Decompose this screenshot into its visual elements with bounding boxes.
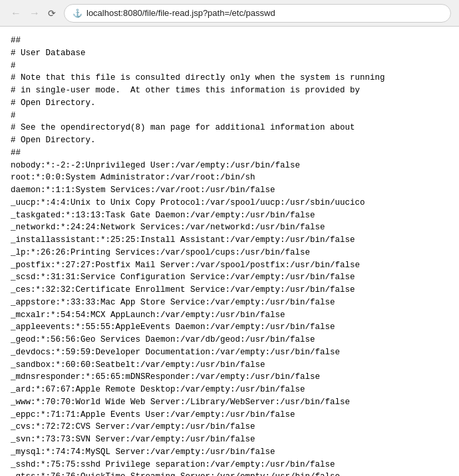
back-button[interactable]: ← xyxy=(8,7,24,20)
lock-icon: ⚓ xyxy=(73,9,82,18)
content-area: ## # User Database # # Note that this fi… xyxy=(0,27,459,476)
nav-buttons: ← → ⟳ xyxy=(8,7,59,20)
url-display: localhost:8080/file/file-read.jsp?path=/… xyxy=(86,8,275,18)
file-content: ## # User Database # # Note that this fi… xyxy=(11,35,448,476)
address-bar[interactable]: ⚓ localhost:8080/file/file-read.jsp?path… xyxy=(64,4,451,23)
reload-button[interactable]: ⟳ xyxy=(45,7,59,20)
browser-toolbar: ← → ⟳ ⚓ localhost:8080/file/file-read.js… xyxy=(0,0,459,27)
forward-button[interactable]: → xyxy=(27,7,43,20)
